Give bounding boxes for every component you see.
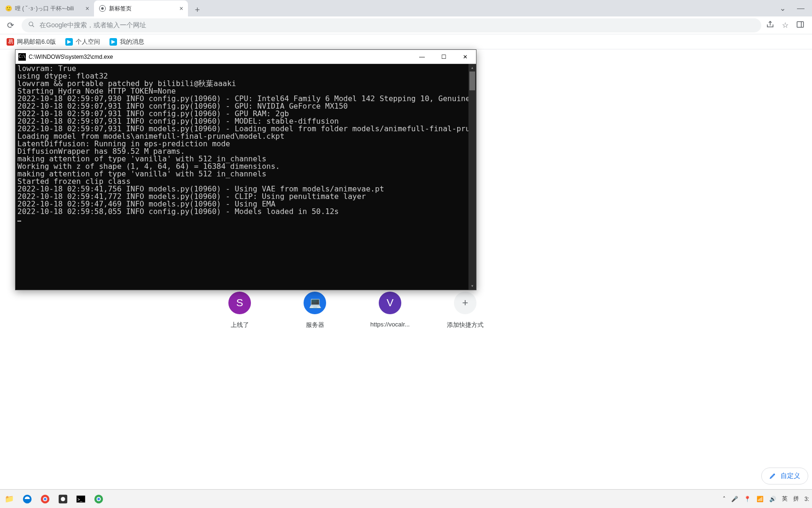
chevron-down-icon[interactable]: ⌄	[780, 4, 786, 13]
microphone-icon[interactable]: 🎤	[731, 496, 738, 502]
bookmark-label: 个人空间	[76, 38, 100, 46]
omnibox[interactable]: 在Google中搜索，或者输入一个网址	[22, 18, 761, 32]
bookmark-item-0[interactable]: 易 网易邮箱6.0版	[7, 38, 56, 46]
svg-text:>_: >_	[78, 497, 83, 501]
svg-line-3	[32, 25, 34, 27]
scrollbar-thumb[interactable]	[469, 71, 475, 90]
svg-point-1	[101, 7, 103, 9]
cmd-window: C:\ C:\WINDOWS\system32\cmd.exe — ☐ ✕ lo…	[15, 49, 476, 290]
address-bar: ⟳ 在Google中搜索，或者输入一个网址 ☆	[0, 16, 812, 34]
reload-button[interactable]: ⟳	[4, 20, 17, 31]
customize-chrome-button[interactable]: 自定义	[761, 468, 808, 484]
plus-icon: +	[454, 292, 476, 314]
tray-expand-icon[interactable]: ˄	[723, 496, 726, 502]
ime-language[interactable]: 英	[782, 495, 788, 503]
system-tray: ˄ 🎤 📍 📶 🔊 英 拼 3:	[723, 495, 809, 503]
shortcut-add[interactable]: + 添加快捷方式	[442, 292, 489, 329]
search-icon	[28, 21, 35, 29]
close-tab-icon[interactable]: ×	[180, 5, 183, 12]
svg-point-9	[44, 498, 47, 500]
shortcut-label: 服务器	[306, 321, 324, 329]
bookmark-star-icon[interactable]: ☆	[782, 21, 789, 30]
location-icon[interactable]: 📍	[744, 496, 751, 502]
browser-window-controls: ⌄ —	[780, 0, 810, 16]
close-tab-icon[interactable]: ×	[86, 5, 89, 12]
svg-point-2	[29, 22, 33, 26]
file-explorer-icon[interactable]: 📁	[3, 492, 16, 506]
app-icon[interactable]	[56, 492, 70, 506]
tab-title: 新标签页	[109, 5, 132, 13]
bookmarks-bar: 易 网易邮箱6.0版 ▶ 个人空间 ▶ 我的消息	[0, 34, 812, 49]
shortcut-1[interactable]: 💻 服务器	[291, 292, 338, 329]
browser-tab-0[interactable]: 🙂 哩 ( ˘･з･)っ口 干杯~-bili ×	[0, 0, 94, 16]
chrome-icon-2[interactable]	[92, 492, 105, 506]
close-button[interactable]: ✕	[454, 50, 476, 64]
bookmark-item-2[interactable]: ▶ 我的消息	[109, 38, 144, 46]
maximize-button[interactable]: ☐	[433, 50, 454, 64]
bookmark-label: 网易邮箱6.0版	[17, 38, 56, 46]
volume-icon[interactable]: 🔊	[769, 496, 776, 502]
customize-label: 自定义	[781, 472, 800, 480]
windows-taskbar: 📁 >_ ˄ 🎤 📍 📶 🔊 英 拼 3:	[0, 489, 812, 508]
netease-mail-icon: 易	[7, 38, 14, 46]
shortcut-label: 上线了	[231, 321, 249, 329]
omnibox-placeholder: 在Google中搜索，或者输入一个网址	[39, 21, 146, 30]
shortcut-icon: V	[379, 292, 401, 314]
cmd-taskbar-icon[interactable]: >_	[74, 492, 87, 506]
chrome-icon[interactable]	[39, 492, 52, 506]
bilibili-icon: ▶	[109, 38, 117, 46]
share-icon[interactable]	[766, 20, 774, 31]
tab-strip: 🙂 哩 ( ˘･з･)っ口 干杯~-bili × 新标签页 × + ⌄ —	[0, 0, 812, 16]
shortcut-0[interactable]: S 上线了	[216, 292, 263, 329]
bilibili-icon: ▶	[65, 38, 73, 46]
shortcut-icon: S	[228, 292, 251, 314]
shortcut-label: 添加快捷方式	[447, 321, 484, 329]
bookmark-item-1[interactable]: ▶ 个人空间	[65, 38, 100, 46]
shortcut-label: https://vocalr...	[370, 321, 410, 328]
scrollbar[interactable]: ▴ ▾	[468, 64, 476, 290]
bilibili-favicon: 🙂	[5, 5, 12, 12]
cmd-titlebar[interactable]: C:\ C:\WINDOWS\system32\cmd.exe — ☐ ✕	[16, 50, 476, 64]
shortcut-2[interactable]: V https://vocalr...	[367, 292, 414, 329]
svg-point-11	[61, 497, 65, 501]
wifi-icon[interactable]: 📶	[757, 496, 764, 502]
ntp-shortcuts: S 上线了 💻 服务器 V https://vocalr... + 添加快捷方式	[216, 292, 489, 329]
browser-tab-1[interactable]: 新标签页 ×	[94, 0, 188, 16]
cmd-title: C:\WINDOWS\system32\cmd.exe	[29, 54, 113, 60]
clock[interactable]: 3:	[804, 496, 809, 502]
bookmark-label: 我的消息	[120, 38, 144, 46]
chrome-favicon	[99, 5, 106, 12]
edge-icon[interactable]	[21, 492, 34, 506]
tab-title: 哩 ( ˘･з･)っ口 干杯~-bili	[15, 5, 74, 13]
scroll-up-arrow[interactable]: ▴	[468, 64, 476, 71]
side-panel-icon[interactable]	[796, 20, 804, 31]
ime-mode[interactable]: 拼	[793, 495, 799, 503]
cmd-icon: C:\	[18, 53, 26, 61]
minimize-button[interactable]: —	[411, 50, 433, 64]
cmd-output[interactable]: lowvram: True using dtype: float32 lowvr…	[16, 64, 476, 290]
minimize-icon[interactable]: —	[797, 4, 804, 13]
text-cursor	[17, 221, 21, 222]
svg-point-16	[97, 498, 100, 500]
scroll-down-arrow[interactable]: ▾	[468, 282, 476, 290]
shortcut-icon: 💻	[304, 292, 326, 314]
pencil-icon	[769, 472, 777, 481]
svg-rect-4	[797, 22, 804, 27]
new-tab-button[interactable]: +	[191, 3, 204, 16]
